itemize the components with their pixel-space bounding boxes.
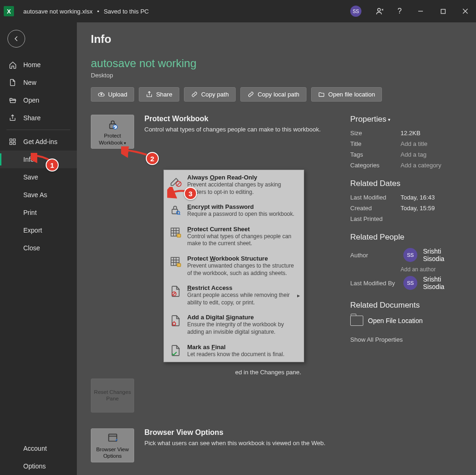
svg-rect-8 [13,142,15,145]
dd-protect-sheet[interactable]: Protect Current SheetControl what types … [164,222,304,251]
lock-icon [107,117,119,131]
open-folder-icon [8,96,17,104]
changes-tail: ed in the Changes pane. [235,369,340,376]
sidebar-item-addins[interactable]: Get Add-ins [0,133,77,151]
filename: autosave not working.xlsx [23,8,93,15]
close-button[interactable] [455,3,476,20]
folder-icon [350,316,363,326]
protect-desc: Control what types of changes people can… [144,125,321,134]
back-button[interactable] [7,30,25,48]
dd-digital-signature[interactable]: Add a Digital SignatureEnsure the integr… [164,310,304,339]
user-avatar[interactable]: SS [350,6,361,17]
protect-title: Protect Workbook [144,115,321,123]
coming-soon-icon[interactable] [371,3,389,20]
save-state: Saved to this PC [104,8,149,15]
upload-button[interactable]: Upload [91,87,134,102]
add-author-link[interactable]: Add an author [401,266,462,273]
maximize-button[interactable] [432,3,454,20]
sidebar-item-print[interactable]: Print [0,204,77,221]
browser-icon [107,431,119,445]
author-row: Author SS Srishti Sisodia [350,248,462,262]
signature-icon [169,314,183,328]
final-icon [169,344,183,358]
workbook-lock-icon [169,255,183,269]
sidebar-item-export[interactable]: Export [0,221,77,239]
restrict-icon [169,284,183,298]
sidebar-item-save[interactable]: Save [0,168,77,186]
annotation-badge-2: 2 [146,152,159,165]
browser-title: Browser View Options [144,428,326,437]
addins-icon [8,138,17,146]
prop-last-printed: Last Printed [350,215,462,222]
annotation-badge-3: 3 [184,187,197,200]
copy-path-button[interactable]: Copy path [184,87,236,102]
browser-view-options-button[interactable]: Browser View Options [91,428,134,462]
annotation-arrow-2 [121,146,149,160]
prop-created: CreatedToday, 15:59 [350,205,462,212]
sidebar-item-share[interactable]: Share [0,109,77,127]
browser-desc: Pick what users can see when this workbo… [144,439,326,447]
svg-rect-5 [10,139,12,141]
sidebar-item-label: New [23,79,36,86]
home-icon [8,61,17,69]
sidebar-item-account[interactable]: Account [0,440,77,457]
minimize-button[interactable] [410,3,431,20]
sheet-lock-icon [169,226,183,240]
annotation-badge-1: 1 [46,158,59,172]
sidebar-item-label: Close [23,244,40,252]
pencil-deny-icon [169,174,183,188]
submenu-arrow-icon: ▸ [297,292,300,299]
properties-header[interactable]: Properties▾ [350,115,462,124]
sidebar-item-label: Print [23,209,37,216]
svg-rect-6 [13,139,15,141]
sidebar-item-open[interactable]: Open [0,91,77,109]
avatar[interactable]: SS [403,248,417,262]
excel-app-icon: X [4,6,14,16]
open-file-location-button[interactable]: Open file location [311,87,382,102]
page-title: Info [91,33,462,46]
sidebar-item-label: Share [23,114,41,122]
sidebar-item-new[interactable]: New [0,74,77,91]
sidebar-item-home[interactable]: Home [0,56,77,74]
svg-rect-7 [10,142,12,145]
new-file-icon [8,78,17,87]
avatar[interactable]: SS [403,276,417,290]
title-text: autosave not working.xlsx • Saved to thi… [23,8,149,15]
prop-last-modified: Last ModifiedToday, 16:43 [350,194,462,201]
prop-tags[interactable]: TagsAdd a tag [350,151,462,158]
prop-title[interactable]: TitleAdd a title [350,140,462,147]
sidebar-item-label: Options [23,462,46,470]
sidebar-item-label: Home [23,61,41,69]
sidebar-item-close[interactable]: Close [0,239,77,257]
sidebar-item-label: Account [23,445,47,452]
related-dates-header: Related Dates [350,179,462,188]
dd-protect-structure[interactable]: Protect Workbook StructurePrevent unwant… [164,251,304,281]
related-documents-header: Related Documents [350,301,462,310]
prop-categories[interactable]: CategoriesAdd a category [350,162,462,169]
sidebar-item-label: Save As [23,191,47,199]
copy-local-path-button[interactable]: Copy local path [240,87,306,102]
backstage-sidebar: Home New Open Share Get Add-ins Info Sav… [0,22,77,475]
document-title: autosave not working [91,57,462,70]
sidebar-item-label: Save [23,173,38,181]
svg-rect-16 [177,234,181,237]
share-button[interactable]: Share [139,87,179,102]
sidebar-item-options[interactable]: Options [0,457,77,475]
show-all-properties-link[interactable]: Show All Properties [350,336,462,343]
help-icon[interactable]: ? [390,3,409,20]
share-icon [8,114,17,122]
reset-changes-pane-button[interactable]: Reset Changes Pane [91,379,134,413]
dd-mark-final[interactable]: Mark as FinalLet readers know the docume… [164,340,304,362]
sidebar-item-saveas[interactable]: Save As [0,186,77,204]
related-people-header: Related People [350,233,462,242]
sidebar-item-label: Open [23,96,39,104]
sidebar-item-label: Get Add-ins [23,138,57,145]
svg-rect-18 [177,263,181,267]
open-file-location-link[interactable]: Open File Location [350,316,462,326]
svg-rect-11 [109,434,116,441]
dd-restrict-access[interactable]: Restrict AccessGrant people access while… [164,281,304,310]
dd-encrypt-password[interactable]: Encrypt with PasswordRequire a password … [164,200,304,222]
title-bar: X autosave not working.xlsx • Saved to t… [0,0,476,22]
prop-size: Size12.2KB [350,130,462,137]
protect-workbook-button[interactable]: Protect Workbook▾ [91,115,134,149]
